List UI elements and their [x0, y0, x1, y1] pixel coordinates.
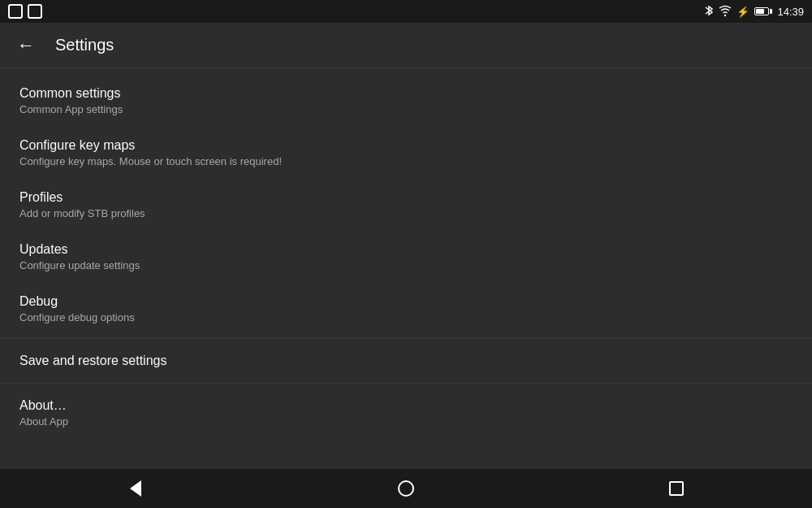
app-bar-title: Settings	[55, 36, 114, 54]
status-bar-left	[8, 4, 42, 19]
settings-item-save-restore[interactable]: Save and restore settings	[0, 342, 812, 380]
divider	[0, 338, 812, 339]
nav-bar	[0, 469, 812, 508]
settings-item-common-settings[interactable]: Common settings Common App settings	[0, 75, 812, 127]
settings-item-configure-key-maps[interactable]: Configure key maps Configure key maps. M…	[0, 127, 812, 179]
app-icon-2	[28, 4, 42, 19]
bluetooth-icon	[704, 4, 714, 20]
app-bar: ← Settings	[0, 23, 812, 68]
status-time: 14:39	[777, 6, 804, 18]
settings-item-title: Configure key maps	[19, 138, 793, 153]
settings-item-debug[interactable]: Debug Configure debug options	[0, 283, 812, 335]
settings-item-subtitle: Configure update settings	[19, 259, 793, 271]
nav-recents-button[interactable]	[657, 469, 696, 508]
divider-2	[0, 383, 812, 384]
settings-item-title: Common settings	[19, 86, 793, 101]
nav-back-icon	[130, 480, 141, 497]
nav-home-button[interactable]	[387, 469, 425, 508]
settings-item-subtitle: Configure debug options	[19, 311, 793, 323]
settings-item-title: Profiles	[19, 190, 793, 205]
settings-item-title: About…	[19, 398, 793, 413]
settings-list: Common settings Common App settings Conf…	[0, 68, 812, 469]
wifi-icon	[719, 5, 732, 19]
settings-item-title: Updates	[19, 242, 793, 257]
charging-icon: ⚡	[736, 6, 749, 18]
status-bar: ⚡ 14:39	[0, 0, 812, 23]
settings-item-subtitle: About App	[19, 415, 793, 428]
battery-icon	[754, 7, 772, 15]
app-icon-1	[8, 4, 23, 19]
nav-recents-icon	[669, 481, 684, 496]
settings-item-subtitle: Configure key maps. Mouse or touch scree…	[19, 155, 793, 167]
settings-item-about[interactable]: About… About App	[0, 387, 812, 439]
settings-item-updates[interactable]: Updates Configure update settings	[0, 231, 812, 283]
status-bar-right: ⚡ 14:39	[704, 4, 804, 20]
svg-point-0	[724, 14, 726, 15]
settings-item-subtitle: Add or modify STB profiles	[19, 207, 793, 219]
settings-item-profiles[interactable]: Profiles Add or modify STB profiles	[0, 179, 812, 231]
nav-back-button[interactable]	[116, 469, 155, 508]
settings-item-title: Debug	[19, 294, 793, 309]
back-button[interactable]: ←	[13, 33, 39, 59]
nav-home-icon	[398, 480, 414, 497]
settings-item-subtitle: Common App settings	[19, 103, 793, 115]
settings-item-title: Save and restore settings	[19, 354, 793, 368]
